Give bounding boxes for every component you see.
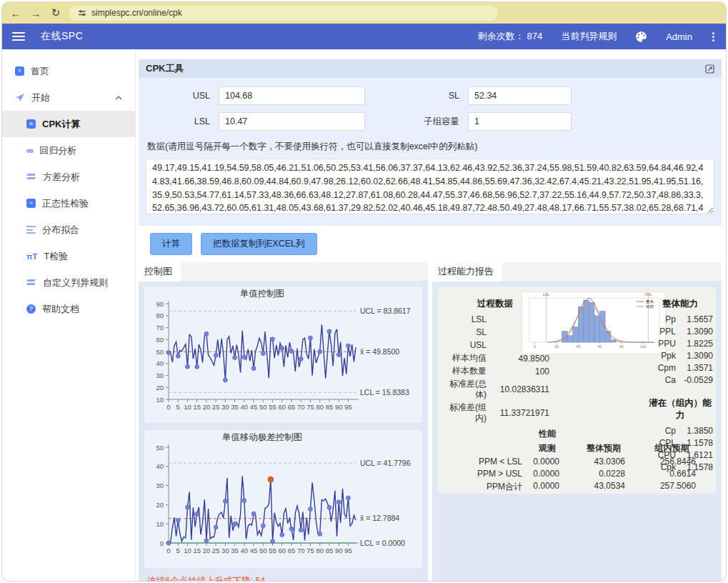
expand-icon[interactable] bbox=[705, 64, 714, 74]
performance-group-header: 性能 bbox=[525, 428, 569, 440]
control-charts-header: 控制图 bbox=[139, 262, 428, 281]
sidebar-item-ttest[interactable]: πT T检验 bbox=[2, 243, 135, 269]
svg-text:45: 45 bbox=[250, 547, 258, 554]
svg-text:40: 40 bbox=[156, 359, 164, 367]
svg-text:60: 60 bbox=[598, 344, 602, 349]
current-rules-link[interactable]: 当前判异规则 bbox=[561, 30, 617, 43]
svg-text:10: 10 bbox=[184, 403, 191, 411]
svg-text:90: 90 bbox=[335, 547, 343, 554]
svg-text:UCL = 83.8617: UCL = 83.8617 bbox=[360, 307, 411, 315]
svg-text:50: 50 bbox=[156, 444, 164, 452]
svg-text:95: 95 bbox=[344, 403, 352, 411]
capability-report-card: 过程数据 LSL10.47 SL52.34 USL104.68 样本均值49.8… bbox=[438, 286, 716, 494]
sidebar-item-help[interactable]: ? 帮助文档 bbox=[2, 296, 135, 322]
cpk-form-panel: USL SL LSL 子组容量 数据(请用逗号隔开每一个数字，不要使用换行符，也… bbox=[139, 78, 722, 226]
remaining-count: 剩余次数： 874 bbox=[478, 30, 542, 43]
svg-text:x̄ = 12.7884: x̄ = 12.7884 bbox=[360, 514, 399, 522]
svg-text:70: 70 bbox=[156, 324, 164, 332]
svg-text:30: 30 bbox=[156, 372, 164, 379]
svg-text:60: 60 bbox=[278, 547, 286, 554]
usl-label: USL bbox=[160, 91, 210, 101]
svg-text:40: 40 bbox=[156, 462, 164, 470]
sidebar-item-normality[interactable]: ~ 正态性检验 bbox=[2, 190, 135, 216]
svg-text:65: 65 bbox=[288, 403, 296, 411]
svg-text:0: 0 bbox=[166, 403, 170, 411]
svg-text:20: 20 bbox=[203, 403, 211, 411]
sidebar-item-distribution[interactable]: 分布拟合 bbox=[2, 216, 135, 243]
svg-text:0: 0 bbox=[160, 539, 164, 547]
svg-text:10: 10 bbox=[156, 520, 164, 528]
copy-to-excel-button[interactable]: 把数据复制到EXCEL列 bbox=[201, 233, 317, 255]
svg-text:45: 45 bbox=[250, 403, 258, 411]
svg-text:80: 80 bbox=[316, 547, 324, 554]
svg-text:95: 95 bbox=[344, 547, 352, 554]
svg-text:USL: USL bbox=[644, 292, 652, 297]
hamburger-icon[interactable] bbox=[12, 32, 25, 41]
svg-text:25: 25 bbox=[212, 403, 220, 411]
svg-text:70: 70 bbox=[297, 547, 305, 554]
capability-histogram: LSLUSL020406080100整体组内 bbox=[522, 292, 665, 354]
svg-text:30: 30 bbox=[221, 547, 229, 554]
sidebar-item-regression[interactable]: ∞ 回归分析 bbox=[2, 137, 135, 164]
help-icon: ? bbox=[26, 304, 36, 314]
svg-text:0: 0 bbox=[534, 344, 536, 349]
svg-text:20: 20 bbox=[156, 501, 164, 509]
svg-text:85: 85 bbox=[326, 403, 334, 411]
svg-text:单值移动极差控制图: 单值移动极差控制图 bbox=[222, 432, 303, 442]
chevron-up-icon bbox=[115, 96, 122, 100]
usl-input[interactable] bbox=[219, 86, 365, 105]
app-header: 在线SPC 剩余次数： 874 当前判异规则 Admin bbox=[2, 24, 726, 49]
svg-text:30: 30 bbox=[221, 403, 229, 411]
capability-report-section: 过程能力报告 过程数据 LSL10.47 SL52.34 USL104.68 样… bbox=[432, 262, 722, 582]
sidebar-item-start[interactable]: 开始 bbox=[2, 84, 135, 111]
svg-text:85: 85 bbox=[326, 547, 334, 554]
home-icon: + bbox=[15, 66, 24, 76]
app-title: 在线SPC bbox=[41, 30, 83, 43]
svg-text:20: 20 bbox=[156, 384, 164, 392]
svg-text:80: 80 bbox=[156, 312, 164, 319]
subgroup-input[interactable] bbox=[468, 112, 572, 131]
svg-text:10: 10 bbox=[156, 396, 164, 404]
svg-text:90: 90 bbox=[335, 403, 343, 411]
back-icon[interactable]: ← bbox=[9, 7, 22, 19]
svg-text:LCL = 15.8383: LCL = 15.8383 bbox=[360, 388, 409, 397]
forward-icon[interactable]: → bbox=[29, 7, 42, 19]
svg-text:50: 50 bbox=[259, 547, 267, 554]
t-test-icon: πT bbox=[26, 252, 37, 261]
svg-text:15: 15 bbox=[193, 403, 201, 411]
svg-text:60: 60 bbox=[278, 403, 286, 411]
address-bar[interactable]: simplespc.cn/online/cpk bbox=[69, 6, 498, 21]
cpk-panel-title: CPK工具 bbox=[146, 62, 184, 75]
reload-icon[interactable]: ↻ bbox=[49, 6, 62, 19]
main-content: CPK工具 USL SL LSL 子组容量 数据(请 bbox=[136, 49, 726, 581]
svg-text:40: 40 bbox=[241, 403, 249, 411]
palette-icon[interactable] bbox=[635, 31, 647, 43]
svg-text:55: 55 bbox=[269, 403, 276, 411]
svg-text:40: 40 bbox=[576, 344, 580, 349]
calculate-button[interactable]: 计算 bbox=[150, 233, 192, 255]
user-name[interactable]: Admin bbox=[666, 31, 692, 42]
paper-plane-icon bbox=[15, 93, 25, 102]
data-input[interactable] bbox=[146, 159, 714, 214]
calculator-icon: ≡ bbox=[26, 119, 36, 129]
sidebar-item-home[interactable]: + 首页 bbox=[2, 58, 135, 84]
svg-text:20: 20 bbox=[554, 344, 559, 349]
sidebar-item-custom-rules[interactable]: 自定义判异规则 bbox=[2, 269, 135, 296]
subgroup-label: 子组容量 bbox=[374, 116, 459, 128]
svg-text:LCL = 0.0000: LCL = 0.0000 bbox=[360, 539, 405, 547]
within-capability-title: 潜在（组内）能力 bbox=[647, 397, 713, 422]
svg-text:UCL = 41.7796: UCL = 41.7796 bbox=[360, 459, 411, 467]
svg-text:5: 5 bbox=[176, 403, 180, 411]
kebab-menu-icon[interactable] bbox=[711, 31, 716, 43]
lsl-input[interactable] bbox=[219, 112, 365, 131]
moving-range-control-chart: 单值移动极差控制图0102030405005101520253035404550… bbox=[144, 430, 422, 565]
sidebar-item-cpk[interactable]: ≡ CPK计算 bbox=[2, 111, 135, 137]
svg-text:单值控制图: 单值控制图 bbox=[240, 289, 285, 299]
rules-layers-icon bbox=[26, 279, 36, 286]
cpk-panel-header: CPK工具 bbox=[139, 59, 722, 78]
sl-input[interactable] bbox=[468, 86, 572, 105]
sidebar-item-anova[interactable]: 方差分析 bbox=[2, 164, 135, 190]
moving-range-chart-card: 单值移动极差控制图0102030405005101520253035404550… bbox=[144, 430, 422, 568]
svg-text:35: 35 bbox=[231, 403, 239, 411]
svg-text:80: 80 bbox=[619, 344, 624, 349]
